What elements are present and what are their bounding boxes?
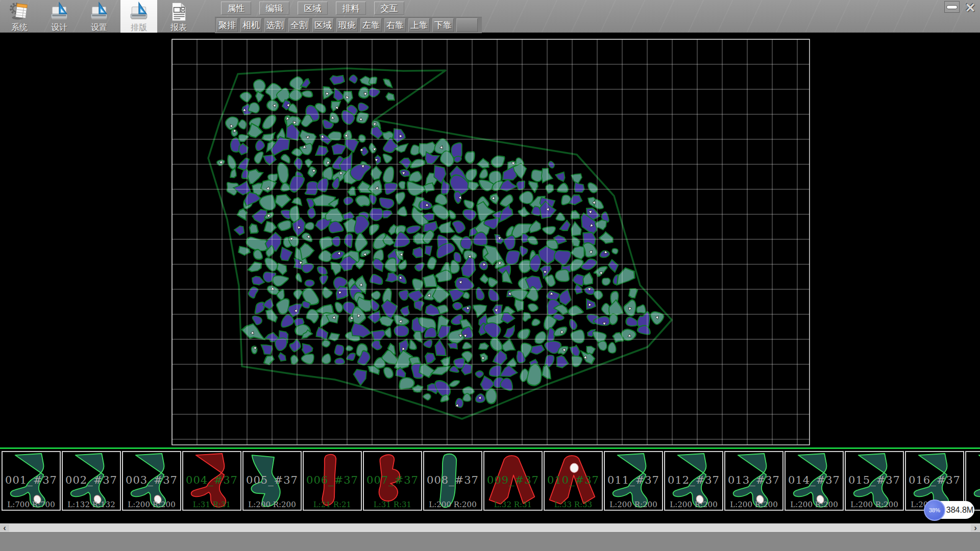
ruler-icon [41, 0, 78, 22]
part-name: 002_#37 [63, 474, 120, 486]
part-lr-count: L:200 R:200 [786, 500, 843, 509]
part-cell-010_#37[interactable]: 010_#37L:33 R:33 [544, 451, 603, 511]
part-name: 015_#37 [846, 474, 903, 486]
app-button-label: 设计 [51, 22, 67, 33]
scroll-right-arrow[interactable]: › [971, 524, 979, 532]
part-cell-009_#37[interactable]: 009_#37L:32 R:31 [483, 451, 543, 511]
app-button-排版[interactable]: 排版 [120, 0, 157, 33]
part-cell-011_#37[interactable]: 011_#37L:200 R:200 [604, 451, 663, 511]
part-lr-count: L:200 R:200 [846, 500, 903, 509]
progress-value: 38% [929, 507, 940, 513]
tool-button-瑕疵[interactable]: 瑕疵 [336, 18, 358, 32]
part-lr-count: L:21 R:21 [304, 500, 361, 509]
memory-status-badge: 38% 384.8M [925, 501, 974, 519]
app-button-设置[interactable]: 设置 [81, 0, 117, 33]
app-button-报表[interactable]: 报表 [160, 0, 197, 33]
part-lr-count: L:200 R:200 [665, 500, 722, 509]
menu-bar: 属性编辑区域排料交互 [221, 2, 482, 15]
nested-piece[interactable] [485, 388, 497, 404]
part-cell-012_#37[interactable]: 012_#37L:200 R:200 [664, 451, 723, 511]
parts-list: 001_#37L:700 R:700002_#37L:132 R:132003_… [2, 451, 980, 511]
tool-button-相机[interactable]: 相机 [240, 18, 262, 32]
part-cell-001_#37[interactable]: 001_#37L:700 R:700 [2, 451, 61, 511]
part-name: 012_#37 [665, 474, 722, 486]
part-lr-count: L:700 R:700 [3, 500, 60, 509]
part-lr-count: L:33 R:33 [545, 500, 602, 509]
parts-strip: 001_#37L:700 R:700002_#37L:132 R:132003_… [0, 451, 980, 512]
part-name: 014_#37 [786, 474, 843, 486]
app-button-label: 报表 [170, 22, 187, 33]
tool-button-上靠[interactable]: 上靠 [408, 18, 430, 32]
tool-button-全割[interactable]: 全割 [288, 18, 310, 32]
menu-tab-属性[interactable]: 属性 [221, 2, 251, 15]
horizontal-scrollbar[interactable]: ‹ › [0, 523, 980, 532]
tool-button-选割[interactable]: 选割 [264, 18, 286, 32]
part-shape[interactable] [974, 454, 980, 507]
tool-button-下靠[interactable]: 下靠 [432, 18, 454, 32]
progress-indicator: 38% [924, 499, 945, 521]
part-name: 016_#37 [906, 474, 963, 486]
tool-button-右靠[interactable]: 右靠 [384, 18, 406, 32]
app-button-设计[interactable]: 设计 [41, 0, 78, 33]
scroll-left-arrow[interactable]: ‹ [1, 524, 9, 532]
scrollbar-thumb[interactable] [9, 524, 971, 532]
system-icon [1, 0, 38, 22]
menu-tab-交互[interactable]: 交互 [374, 2, 404, 15]
part-lr-count: L:200 R:200 [605, 500, 662, 509]
menu-tab-排料[interactable]: 排料 [336, 2, 366, 15]
tool-bar: 聚排相机选割全割区域瑕疵左靠右靠上靠下靠 [215, 17, 482, 33]
part-lr-count: L:200 R:200 [123, 500, 180, 509]
part-name: 001_#37 [3, 474, 60, 486]
report-icon [160, 0, 197, 22]
canvas-workspace [0, 33, 980, 448]
app-button-label: 排版 [131, 22, 147, 33]
part-name: 004_#37 [183, 474, 240, 486]
nesting-canvas[interactable] [0, 33, 980, 448]
window-controls: ✕ [944, 1, 978, 14]
part-name: 011_#37 [605, 474, 662, 486]
menu-tab-编辑[interactable]: 编辑 [259, 2, 289, 15]
tool-button-empty [456, 18, 478, 32]
part-lr-count: L:31 R:31 [364, 500, 421, 509]
part-cell-003_#37[interactable]: 003_#37L:200 R:200 [122, 451, 181, 511]
part-cell-006_#37[interactable]: 006_#37L:21 R:21 [303, 451, 362, 511]
part-hole [570, 463, 578, 472]
part-cell-005_#37[interactable]: 005_#37L:200 R:200 [242, 451, 302, 511]
memory-value: 384.8M [945, 506, 974, 515]
minimize-icon [946, 5, 958, 9]
part-lr-count: L:132 R:132 [63, 500, 120, 509]
part-cell-008_#37[interactable]: 008_#37L:200 R:200 [423, 451, 482, 511]
titlebar: 系统设计设置排版报表 属性编辑区域排料交互 聚排相机选割全割区域瑕疵左靠右靠上靠… [0, 0, 980, 33]
part-lr-count: L:32 R:31 [484, 500, 542, 509]
part-name: 005_#37 [243, 474, 301, 486]
part-cell-007_#37[interactable]: 007_#37L:31 R:31 [363, 451, 422, 511]
tool-button-聚排[interactable]: 聚排 [216, 18, 238, 32]
part-name: 008_#37 [424, 474, 481, 486]
menu-area: 属性编辑区域排料交互 聚排相机选割全割区域瑕疵左靠右靠上靠下靠 [216, 0, 482, 33]
part-lr-count: L:31 R:31 [183, 500, 240, 509]
part-cell-014_#37[interactable]: 014_#37L:200 R:200 [785, 451, 844, 511]
part-name: 013_#37 [725, 474, 782, 486]
part-name: 003_#37 [123, 474, 180, 486]
part-cell-013_#37[interactable]: 013_#37L:200 R:200 [724, 451, 783, 511]
part-lr-count: L:200 R:200 [725, 500, 782, 509]
ruler-icon [120, 0, 157, 22]
minimize-button[interactable] [944, 1, 960, 13]
app-toolbar: 系统设计设置排版报表 [1, 0, 200, 33]
part-cell-002_#37[interactable]: 002_#37L:132 R:132 [62, 451, 121, 511]
app-button-系统[interactable]: 系统 [1, 0, 38, 33]
tool-button-左靠[interactable]: 左靠 [360, 18, 382, 32]
close-button[interactable]: ✕ [963, 1, 978, 14]
part-name: 010_#37 [545, 474, 602, 486]
part-cell-004_#37[interactable]: 004_#37L:31 R:31 [182, 451, 241, 511]
ruler-icon [81, 0, 117, 22]
bottom-bar [0, 532, 980, 551]
app-button-label: 设置 [91, 22, 107, 33]
part-lr-count: L:200 R:200 [424, 500, 481, 509]
part-name: 006_#37 [304, 474, 361, 486]
part-lr-count: L:200 R:200 [243, 500, 301, 509]
menu-tab-区域[interactable]: 区域 [298, 2, 328, 15]
tool-button-区域[interactable]: 区域 [312, 18, 334, 32]
app-button-label: 系统 [11, 22, 28, 33]
part-cell-015_#37[interactable]: 015_#37L:200 R:200 [845, 451, 904, 511]
